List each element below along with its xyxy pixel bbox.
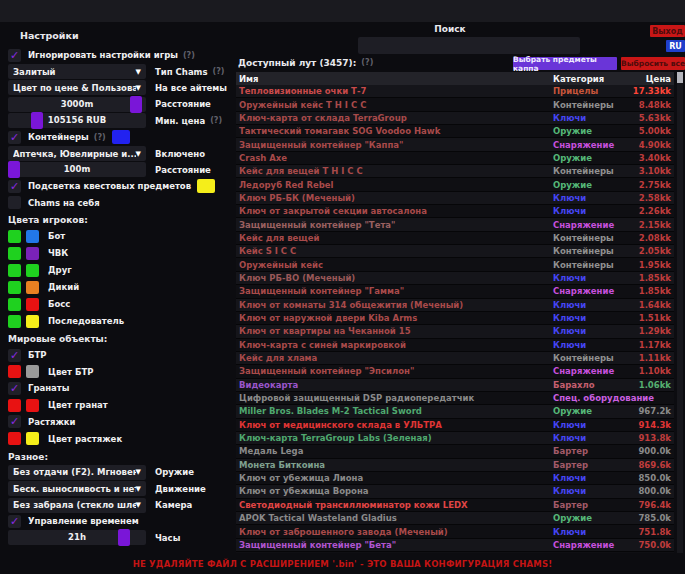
item-category: Ключи [553, 273, 618, 283]
btr-toggle[interactable]: ✓ [8, 349, 21, 362]
loot-header-text: Доступный лут (3457): [238, 58, 356, 68]
loot-row[interactable]: Медаль LegaБартер900.0k [236, 445, 674, 458]
color-swatch[interactable] [197, 179, 215, 193]
loot-row[interactable]: Светодиодный трансиллюминатор кожи LEDXБ… [236, 499, 674, 512]
chams-self-toggle[interactable]: ✓ [8, 196, 21, 209]
loot-row[interactable]: Ключ РБ-ВО (Меченый)Ключи1.85kk [236, 272, 674, 285]
color-swatch[interactable] [26, 281, 39, 294]
color-swatch[interactable] [8, 298, 21, 311]
color-swatch[interactable] [8, 365, 21, 378]
search-input[interactable] [358, 37, 580, 54]
color-swatch[interactable] [8, 399, 21, 412]
color-swatch[interactable] [26, 247, 39, 260]
color-swatch[interactable] [112, 130, 130, 144]
color-swatch[interactable] [8, 264, 21, 277]
color-row-label: Цвет гранат [48, 400, 108, 410]
color-swatch[interactable] [26, 230, 39, 243]
loot-row[interactable]: Ключ от убежища ЛионаКлючи850.0k [236, 472, 674, 485]
loot-row[interactable]: Кейс для вещейКонтейнеры2.08kk [236, 232, 674, 245]
loot-row[interactable]: Crash AxeОружие3.40kk [236, 152, 674, 165]
item-price: 2.15kk [618, 220, 674, 230]
time-control-toggle[interactable]: ✓ [8, 515, 21, 528]
column-header-name[interactable]: Имя [236, 74, 553, 84]
color-swatch[interactable] [26, 399, 39, 412]
dropdown-value: Залитый [13, 67, 136, 77]
color-swatch[interactable] [8, 247, 21, 260]
tripwire-color: Цвет растяжек [8, 430, 236, 447]
loot-row[interactable]: Кейс для хламаКонтейнеры1.11kk [236, 352, 674, 365]
color-swatch[interactable] [26, 298, 39, 311]
color-swatch[interactable] [8, 432, 21, 445]
exit-button[interactable]: Выход [650, 25, 685, 37]
item-name: Медаль Lega [236, 446, 553, 456]
loot-row[interactable]: Тактический томагавк SOG Voodoo HawkОруж… [236, 125, 674, 138]
color-swatch[interactable] [26, 315, 39, 328]
slider-handle[interactable] [130, 96, 142, 113]
loot-row[interactable]: Защищенный контейнер "Бета"Снаряжение750… [236, 539, 674, 552]
loot-row[interactable]: Ключ-карта от склада TerraGroupКлючи5.63… [236, 112, 674, 125]
grenades-toggle[interactable]: ✓ [8, 382, 21, 395]
container-distance-slider[interactable]: 100m [8, 162, 146, 177]
color-swatch[interactable] [8, 315, 21, 328]
loot-row[interactable]: Ледоруб Red RebelОружие2.75kk [236, 178, 674, 191]
loot-row[interactable]: Ключ от медицинского склада в УЛЬТРАКлюч… [236, 419, 674, 432]
color-swatch[interactable] [26, 432, 39, 445]
loot-row[interactable]: Цифровой защищенный DSP радиопередатчикС… [236, 392, 674, 405]
weapon-select[interactable]: Без отдачи (F2). Мгновенное п▼ [8, 465, 146, 480]
loot-row[interactable]: Тепловизионные очки Т-7Прицелы17.33kk [236, 85, 674, 98]
loot-row[interactable]: Кейс для вещей T H I C CКонтейнеры3.10kk [236, 165, 674, 178]
chams-type-select[interactable]: Залитый▼ [8, 64, 146, 79]
language-button[interactable]: RU [666, 40, 685, 52]
loot-row[interactable]: Ключ от комнаты 314 общежития (Меченый)К… [236, 299, 674, 312]
camera-select[interactable]: Без забрала (стекло шлема)▼ [8, 498, 146, 513]
checkbox-label: Игнорировать настройки игры [28, 50, 178, 60]
slider-handle[interactable] [8, 161, 20, 178]
loot-row[interactable]: Ключ-карта TerraGroup Labs (Зеленая)Ключ… [236, 432, 674, 445]
loot-row[interactable]: Ключ от квартиры на Чеканной 15Ключи1.29… [236, 325, 674, 338]
quest-items-toggle[interactable]: ✓ [8, 180, 21, 193]
table-scrollbar[interactable] [677, 72, 683, 553]
containers-toggle[interactable]: ✓ [8, 131, 21, 144]
color-swatch[interactable] [26, 264, 39, 277]
loot-row[interactable]: Кейс S I C CКонтейнеры2.05kk [236, 245, 674, 258]
loot-row[interactable]: Miller Bros. Blades M-2 Tactical SwordОр… [236, 405, 674, 418]
select-kappa-button[interactable]: Выбрать предметы каппа [513, 57, 617, 70]
item-distance-slider[interactable]: 3000m [8, 97, 146, 112]
slider-handle[interactable] [118, 529, 130, 546]
loot-row[interactable]: Оружейный кейсКонтейнеры1.95kk [236, 258, 674, 271]
movement-select[interactable]: Беск. выносливость и нет уста▼ [8, 481, 146, 496]
item-price: 3.40kk [618, 153, 674, 163]
item-price: 1.00kk [654, 393, 674, 403]
loot-row[interactable]: Монета БиткоинаБартер869.6k [236, 459, 674, 472]
loot-row[interactable]: Защищенный контейнер "Эпсилон"Снаряжение… [236, 365, 674, 378]
loot-row[interactable]: Защищенный контейнер "Гамма"Снаряжение1.… [236, 285, 674, 298]
color-swatch[interactable] [8, 281, 21, 294]
loot-row[interactable]: Ключ от наружной двери Kiba ArmsКлючи1.5… [236, 312, 674, 325]
loot-row[interactable]: Ключ-карта с синей маркировкойКлючи1.17k… [236, 339, 674, 352]
min-price-slider[interactable]: 105156 RUB [8, 113, 146, 128]
loot-row[interactable]: Оружейный кейс T H I C CКонтейнеры8.48kk [236, 98, 674, 111]
scrollbar-thumb[interactable] [677, 72, 683, 83]
item-name: Кейс для вещей T H I C C [236, 166, 553, 176]
column-header-price[interactable]: Цена [618, 74, 674, 84]
loot-row[interactable]: Защищенный контейнер "Тета"Снаряжение2.1… [236, 218, 674, 231]
item-category: Оружие [553, 180, 618, 190]
item-price: 750.0k [618, 540, 674, 550]
color-swatch[interactable] [26, 365, 39, 378]
column-header-category[interactable]: Категория [553, 74, 618, 84]
loot-row[interactable]: ВидеокартаБарахло1.06kk [236, 379, 674, 392]
slider-handle[interactable] [31, 112, 43, 129]
ignore-game-settings[interactable]: ✓ [8, 49, 21, 62]
loot-row[interactable]: Ключ от заброшенного завода (Меченый)Клю… [236, 525, 674, 538]
item-color-mode-select[interactable]: Цвет по цене & Пользователям▼ [8, 80, 146, 95]
loot-row[interactable]: Ключ от закрытой секции автосалонаКлючи2… [236, 205, 674, 218]
discard-all-button[interactable]: Выбросить все [621, 57, 685, 70]
hours-slider[interactable]: 21h [8, 530, 146, 545]
loot-row[interactable]: Защищенный контейнер "Каппа"Снаряжение4.… [236, 138, 674, 151]
loot-row[interactable]: Ключ РБ-БК (Меченый)Ключи2.58kk [236, 192, 674, 205]
loot-row[interactable]: APOK Tactical Wasteland GladiusОружие785… [236, 512, 674, 525]
medcase-select[interactable]: Аптечка, Ювелирные и...▼ [8, 146, 146, 161]
tripwires-toggle[interactable]: ✓ [8, 415, 21, 428]
color-swatch[interactable] [8, 230, 21, 243]
loot-row[interactable]: Ключ от убежища ВоронаКлючи800.0k [236, 485, 674, 498]
